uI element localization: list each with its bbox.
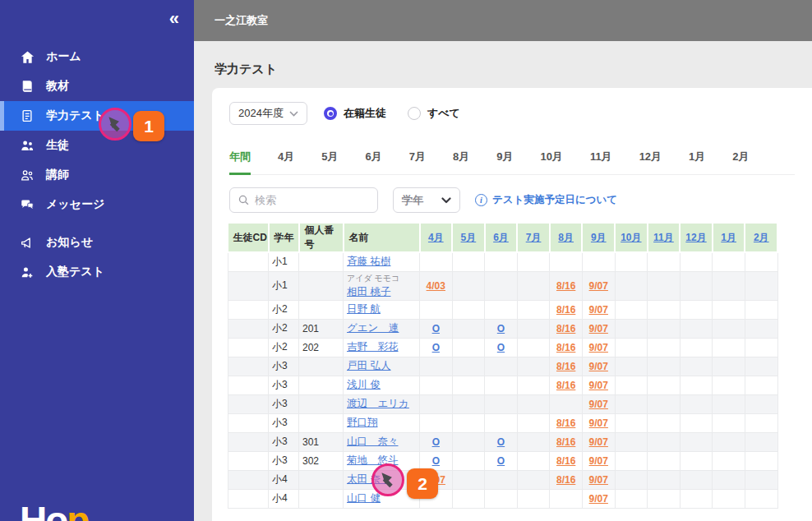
tab-1月[interactable]: 1月 [689, 150, 705, 175]
tab-5月[interactable]: 5月 [321, 150, 338, 175]
sidebar-item-materials[interactable]: 教材 [0, 71, 194, 101]
student-name-link[interactable]: 日野 航 [347, 303, 381, 315]
student-name-link[interactable]: 相田 桃子 [347, 286, 390, 297]
tab-8月[interactable]: 8月 [453, 150, 469, 175]
sidebar-item-announcements[interactable]: お知らせ [0, 228, 194, 257]
sidebar-item-home[interactable]: ホーム [0, 42, 194, 71]
student-cd-cell [228, 376, 269, 394]
test-mark-link[interactable]: O [497, 342, 505, 353]
test-mark-link[interactable]: O [497, 436, 505, 448]
tab-6月[interactable]: 6月 [365, 150, 381, 175]
tab-7月[interactable]: 7月 [409, 150, 426, 175]
radio-selected-icon[interactable] [324, 107, 337, 120]
month-header-link[interactable]: 11月 [653, 232, 674, 243]
test-mark-link[interactable]: O [497, 323, 505, 334]
sidebar-item-teachers[interactable]: 講師 [0, 160, 194, 190]
test-date-link[interactable]: 9/07 [589, 380, 608, 391]
test-date-link[interactable]: 9/07 [589, 399, 608, 410]
month-header-link[interactable]: 8月 [558, 232, 574, 243]
test-schedule-link[interactable]: i テスト実施予定日について [475, 193, 617, 207]
month-cell [745, 271, 777, 300]
test-date-link[interactable]: 8/16 [556, 280, 575, 292]
tab-12月[interactable]: 12月 [639, 150, 662, 175]
test-date-link[interactable]: 8/16 [556, 361, 575, 372]
test-mark-link[interactable]: O [432, 342, 440, 353]
test-mark-link[interactable]: O [497, 455, 505, 467]
month-cell [485, 376, 518, 394]
sidebar-collapse-icon[interactable]: « [169, 10, 179, 28]
personal-number-cell: 301 [299, 432, 344, 451]
student-name-link[interactable]: 吉野 彩花 [347, 341, 399, 353]
month-cell [713, 432, 745, 451]
month-header-link[interactable]: 7月 [526, 232, 542, 243]
month-cell [615, 413, 648, 432]
sidebar-item-messages[interactable]: メッセージ [0, 190, 194, 219]
test-date-link[interactable]: 8/16 [556, 342, 575, 353]
student-name-link[interactable]: 渡辺 エリカ [347, 398, 409, 409]
month-header-link[interactable]: 6月 [493, 232, 509, 243]
test-date-link[interactable]: 8/16 [556, 455, 575, 467]
month-cell: 8/16 [550, 357, 583, 376]
student-name-link[interactable]: グエン 連 [347, 322, 399, 334]
month-cell [713, 470, 745, 489]
test-date-link[interactable]: 8/16 [556, 417, 575, 429]
student-name-link[interactable]: 山口 健 [347, 492, 381, 504]
month-header-link[interactable]: 9月 [591, 232, 607, 243]
test-mark-link[interactable]: O [432, 455, 440, 467]
tab-10月[interactable]: 10月 [540, 150, 562, 175]
student-name-link[interactable]: 山口 奈々 [347, 436, 399, 447]
test-date-link[interactable]: 9/07 [589, 361, 608, 372]
test-date-link[interactable]: 9/07 [589, 436, 608, 448]
test-date-link[interactable]: 4/03 [427, 280, 445, 292]
test-date-link[interactable]: 9/07 [589, 493, 608, 505]
student-name-link[interactable]: 浅川 俊 [347, 379, 381, 390]
test-date-link[interactable]: 8/16 [556, 436, 575, 448]
student-name-link[interactable]: 斉藤 祐樹 [347, 256, 390, 267]
month-cell [680, 394, 713, 413]
month-header-link[interactable]: 5月 [461, 232, 477, 243]
test-schedule-link-label: テスト実施予定日について [492, 193, 617, 207]
sidebar-item-students[interactable]: 生徒 [0, 131, 194, 160]
search-box[interactable] [229, 187, 378, 213]
radio-unselected-icon[interactable] [408, 107, 421, 120]
test-date-link[interactable]: 9/07 [589, 304, 608, 316]
student-cd-cell [228, 489, 269, 508]
month-cell [680, 470, 713, 489]
test-mark-link[interactable]: O [432, 323, 440, 334]
tab-年間[interactable]: 年間 [229, 150, 251, 175]
year-select[interactable]: 2024年度 [229, 102, 307, 125]
test-date-link[interactable]: 9/07 [589, 417, 608, 429]
test-mark-link[interactable]: O [432, 436, 440, 448]
month-header-link[interactable]: 2月 [754, 232, 769, 243]
sidebar-item-entrance-test[interactable]: 入塾テスト [0, 257, 194, 287]
grade-select[interactable]: 学年 [393, 187, 460, 213]
month-header-link[interactable]: 4月 [428, 232, 444, 243]
test-date-link[interactable]: 9/07 [589, 342, 608, 353]
personal-number-cell [299, 271, 344, 300]
radio-option-enrolled[interactable]: 在籍生徒 [324, 106, 386, 121]
month-cell [615, 489, 648, 508]
test-date-link[interactable]: 8/16 [556, 323, 575, 334]
student-name-link[interactable]: 野口翔 [347, 417, 378, 428]
month-header-link[interactable]: 1月 [721, 232, 736, 243]
test-date-link[interactable]: 9/07 [589, 455, 608, 467]
sidebar-item-label: 入塾テスト [46, 265, 104, 279]
table-row: 小1斉藤 祐樹 [228, 252, 778, 271]
tab-2月[interactable]: 2月 [732, 150, 749, 175]
test-date-link[interactable]: 8/16 [556, 474, 575, 486]
test-date-link[interactable]: 9/07 [589, 474, 608, 486]
search-input[interactable] [255, 194, 369, 206]
test-date-link[interactable]: 9/07 [589, 323, 608, 334]
month-header-link[interactable]: 12月 [685, 232, 706, 243]
test-date-link[interactable]: 8/16 [556, 380, 575, 391]
month-cell [680, 357, 713, 376]
month-header-link[interactable]: 10月 [621, 232, 641, 243]
test-date-link[interactable]: 8/16 [556, 304, 575, 316]
tab-11月[interactable]: 11月 [590, 150, 612, 175]
tab-9月[interactable]: 9月 [496, 150, 513, 175]
student-name-link[interactable]: 戸田 弘人 [347, 360, 390, 371]
test-date-link[interactable]: 9/07 [589, 280, 608, 292]
radio-option-all[interactable]: すべて [408, 106, 460, 121]
tab-4月[interactable]: 4月 [278, 150, 294, 175]
sidebar-item-tests[interactable]: 学力テスト [0, 101, 194, 131]
